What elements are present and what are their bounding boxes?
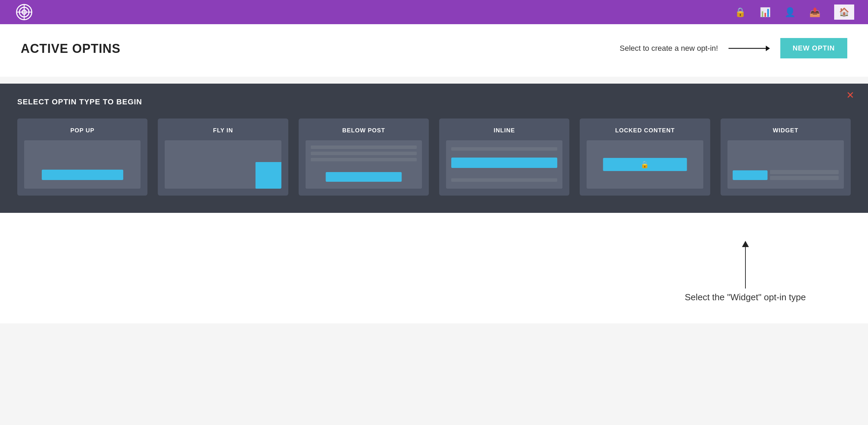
- popup-preview: [24, 140, 141, 189]
- upload-icon[interactable]: 📤: [809, 7, 820, 18]
- panel-title: SELECT OPTIN TYPE TO BEGIN: [17, 97, 851, 106]
- belowpost-preview: [306, 140, 422, 189]
- top-nav: 🔒 📊 👤 📤 🏠: [0, 0, 868, 24]
- widget-label: WIDGET: [773, 127, 798, 134]
- chart-icon[interactable]: 📊: [760, 7, 771, 18]
- flyin-side-panel: [255, 162, 281, 189]
- arrowhead-up: [742, 241, 749, 247]
- bottom-section: Select the "Widget" opt-in type: [0, 213, 868, 323]
- lock-btn: 🔒: [603, 158, 687, 171]
- line3: [311, 158, 417, 161]
- inline-card[interactable]: INLINE: [439, 119, 569, 196]
- inline-label: INLINE: [494, 127, 515, 134]
- inline-line1: [451, 147, 557, 151]
- belowpost-card[interactable]: BELOW POST: [299, 119, 429, 196]
- belowpost-label: BELOW POST: [342, 127, 385, 134]
- popup-label: POP UP: [70, 127, 95, 134]
- popup-card[interactable]: POP UP: [17, 119, 147, 196]
- close-button[interactable]: ✕: [846, 91, 854, 100]
- annotation-arrow-up: [742, 241, 749, 289]
- main-content: ACTIVE OPTINS Select to create a new opt…: [0, 24, 868, 66]
- flyin-preview: [165, 140, 281, 189]
- flyin-card[interactable]: FLY IN: [158, 119, 288, 196]
- locked-card[interactable]: LOCKED CONTENT 🔒: [580, 119, 710, 196]
- lock-icon[interactable]: 🔒: [735, 7, 746, 18]
- locked-preview: 🔒: [587, 140, 703, 189]
- svg-marker-6: [766, 46, 770, 51]
- annotation-text: Select the "Widget" opt-in type: [685, 292, 806, 303]
- optin-type-panel: ✕ SELECT OPTIN TYPE TO BEGIN POP UP FLY …: [0, 84, 868, 213]
- widget-card[interactable]: WIDGET: [721, 119, 851, 196]
- new-optin-label: Select to create a new opt-in!: [620, 44, 718, 53]
- inline-btn: [451, 158, 557, 168]
- locked-label: LOCKED CONTENT: [615, 127, 675, 134]
- popup-btn-bar: [42, 170, 123, 180]
- arrow-right: [729, 44, 770, 53]
- inline-preview: [446, 140, 562, 189]
- inline-line2: [451, 178, 557, 182]
- widget-small-btn: [733, 170, 768, 180]
- belowpost-lines: [311, 145, 417, 164]
- optin-cards: POP UP FLY IN BELOW POST: [17, 119, 851, 196]
- home-icon[interactable]: 🏠: [834, 4, 854, 20]
- new-optin-area: Select to create a new opt-in! NEW OPTIN: [620, 38, 847, 58]
- line1: [311, 145, 417, 149]
- widget-preview: [727, 140, 844, 189]
- logo[interactable]: [14, 2, 35, 22]
- flyin-label: FLY IN: [213, 127, 233, 134]
- belowpost-btn: [326, 172, 402, 182]
- nav-icons: 🔒 📊 👤 📤 🏠: [735, 4, 854, 20]
- widget-bar1: [770, 176, 839, 180]
- vertical-line: [745, 247, 746, 289]
- line2: [311, 152, 417, 155]
- user-icon[interactable]: 👤: [784, 7, 795, 18]
- widget-bar2: [770, 170, 839, 174]
- widget-annotation: Select the "Widget" opt-in type: [685, 241, 806, 303]
- new-optin-button[interactable]: NEW OPTIN: [780, 38, 847, 58]
